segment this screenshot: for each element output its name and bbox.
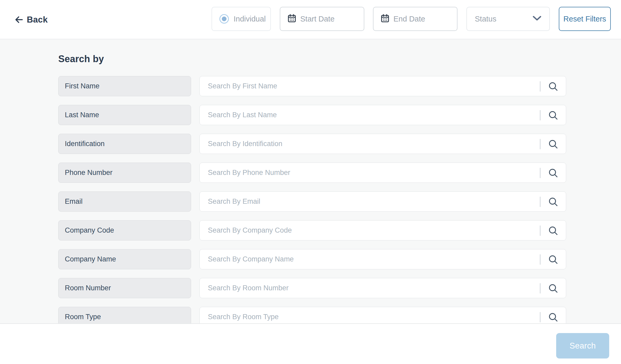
page-title: Search by	[58, 53, 104, 65]
field-input-box	[199, 307, 566, 323]
search-icon[interactable]	[548, 197, 559, 207]
search-input[interactable]	[200, 134, 566, 154]
input-divider	[540, 283, 540, 293]
search-row: Company Name	[58, 249, 566, 269]
header-bar: Back Individual Start Date	[0, 0, 621, 39]
back-button[interactable]: Back	[14, 13, 48, 26]
search-icon[interactable]	[548, 139, 559, 149]
field-input-box	[199, 220, 566, 240]
field-label-box: Company Code	[58, 220, 191, 240]
arrow-left-icon	[14, 15, 24, 24]
search-row: Email	[58, 191, 566, 212]
footer-bar: Search	[0, 323, 621, 364]
field-input-box	[199, 76, 566, 96]
field-input-box	[199, 105, 566, 125]
search-input[interactable]	[200, 249, 566, 269]
search-input[interactable]	[200, 278, 566, 298]
search-icon[interactable]	[548, 312, 559, 323]
end-date-placeholder: End Date	[393, 15, 425, 23]
field-label-box: Email	[58, 191, 191, 212]
search-row: Room Type	[58, 307, 566, 323]
input-divider	[540, 168, 540, 178]
chevron-down-icon	[533, 16, 541, 22]
search-row: Room Number	[58, 278, 566, 298]
individual-search-page: Back Individual Start Date	[0, 0, 621, 364]
search-input[interactable]	[200, 76, 566, 96]
search-form-area: Search by First Name Last Name	[0, 40, 621, 323]
status-select[interactable]: Status	[466, 7, 550, 31]
field-label-box: First Name	[58, 76, 191, 96]
input-divider	[540, 226, 540, 236]
search-button[interactable]: Search	[556, 333, 609, 358]
calendar-icon	[287, 14, 297, 24]
search-row: Last Name	[58, 105, 566, 125]
search-input[interactable]	[200, 105, 566, 125]
field-input-box	[199, 278, 566, 298]
end-date-input[interactable]: End Date	[373, 7, 457, 31]
input-divider	[540, 254, 540, 265]
search-row: Identification	[58, 134, 566, 154]
radio-selected-icon[interactable]	[219, 14, 229, 24]
input-divider	[540, 197, 540, 207]
reset-filters-label: Reset Filters	[564, 15, 606, 23]
field-input-box	[199, 163, 566, 183]
search-input[interactable]	[200, 192, 566, 211]
search-icon[interactable]	[548, 168, 559, 178]
individual-radio-option[interactable]: Individual	[212, 7, 271, 31]
search-input[interactable]	[200, 307, 566, 323]
field-label-box: Company Name	[58, 249, 191, 269]
reset-filters-button[interactable]: Reset Filters	[559, 7, 611, 31]
individual-label: Individual	[234, 15, 266, 23]
search-icon[interactable]	[548, 254, 559, 265]
search-row: First Name	[58, 76, 566, 96]
search-row: Phone Number	[58, 163, 566, 183]
input-divider	[540, 110, 540, 120]
calendar-icon	[380, 14, 390, 24]
search-icon[interactable]	[548, 283, 559, 294]
search-icon[interactable]	[548, 81, 559, 92]
field-input-box	[199, 134, 566, 154]
search-input[interactable]	[200, 163, 566, 183]
field-label-box: Last Name	[58, 105, 191, 125]
input-divider	[540, 139, 540, 149]
field-label-box: Phone Number	[58, 163, 191, 183]
field-input-box	[199, 191, 566, 212]
start-date-input[interactable]: Start Date	[280, 7, 364, 31]
field-label-box: Room Type	[58, 307, 191, 323]
search-icon[interactable]	[548, 110, 559, 121]
search-input[interactable]	[200, 221, 566, 240]
field-input-box	[199, 249, 566, 269]
back-label: Back	[27, 15, 48, 25]
field-label-box: Identification	[58, 134, 191, 154]
search-row: Company Code	[58, 220, 566, 240]
input-divider	[540, 312, 540, 322]
start-date-placeholder: Start Date	[300, 15, 335, 23]
field-label-box: Room Number	[58, 278, 191, 298]
status-placeholder: Status	[475, 15, 496, 23]
input-divider	[540, 81, 540, 92]
search-icon[interactable]	[548, 226, 559, 236]
